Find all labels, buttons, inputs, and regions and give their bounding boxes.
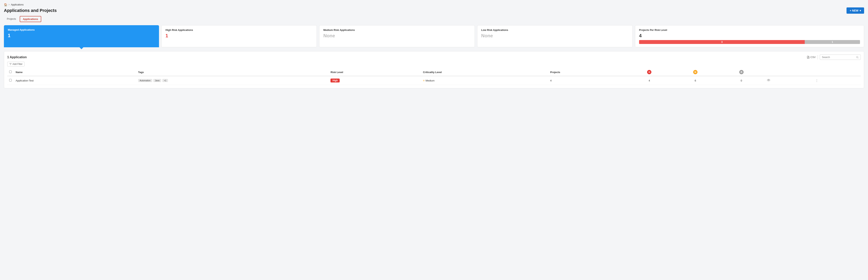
csv-icon (807, 56, 810, 59)
tab-applications[interactable]: Applications (20, 16, 41, 22)
risk-bar-medium: 1 (805, 40, 860, 44)
stats-row: Managed Applications 1 High Risk Applica… (4, 25, 864, 47)
criticality-icon: ≡ (423, 79, 425, 82)
low-risk-value: None (481, 33, 628, 38)
table-header-row: 1 Application CSV (7, 55, 861, 60)
view-button[interactable] (766, 78, 771, 83)
th-checkbox (7, 68, 14, 76)
low-icon-header (739, 70, 744, 74)
td-medium-count: 6 (672, 76, 718, 85)
table-section: 1 Application CSV (4, 51, 864, 88)
td-more-action: ⋮ (812, 76, 861, 85)
tag-more[interactable]: +1 (162, 79, 168, 82)
risk-badge[interactable]: High (331, 79, 340, 83)
svg-point-2 (768, 80, 769, 81)
th-actions-spacer (764, 68, 812, 76)
td-projects: 4 (548, 76, 626, 85)
csv-button[interactable]: CSV (807, 56, 816, 59)
th-medium-icon: M (672, 68, 718, 76)
tabs-container: Projects Applications (4, 16, 864, 22)
medium-icon-header: M (693, 70, 698, 74)
new-button[interactable]: + NEW ▾ (846, 7, 864, 14)
tag-automation[interactable]: Automation (138, 79, 152, 82)
criticality-value: Medium (426, 79, 435, 82)
td-tags: Automation Java +1 (136, 76, 329, 85)
projects-per-risk-card[interactable]: Projects Per Risk Level 4 3 1 (635, 25, 864, 47)
td-view-action (764, 76, 812, 85)
page-title: Applications and Projects (4, 8, 57, 13)
search-box (820, 55, 861, 60)
page-header: Applications and Projects + NEW ▾ (4, 7, 864, 14)
select-all-checkbox[interactable] (9, 70, 12, 73)
medium-risk-value: None (323, 33, 470, 38)
risk-bar-high: 3 (639, 40, 805, 44)
low-risk-card[interactable]: Low Risk Applications None (477, 25, 633, 47)
high-risk-title: High Risk Applications (165, 29, 313, 31)
medium-risk-card[interactable]: Medium Risk Applications None (319, 25, 475, 47)
th-criticality-level: Criticality Level (421, 68, 548, 76)
table-actions: CSV (807, 55, 861, 60)
high-risk-value: 1 (165, 33, 313, 38)
th-low-icon (718, 68, 765, 76)
table-title: 1 Application (7, 56, 27, 59)
td-checkbox (7, 76, 14, 85)
th-tags: Tags (136, 68, 329, 76)
high-risk-card[interactable]: High Risk Applications 1 (161, 25, 317, 47)
breadcrumb-separator: > (8, 3, 10, 6)
svg-point-1 (767, 79, 770, 81)
applications-table: Name Tags Risk Level Criticality Level P… (7, 68, 861, 85)
more-options-button[interactable]: ⋮ (814, 79, 819, 83)
th-projects: Projects (548, 68, 626, 76)
projects-per-risk-total: 4 (639, 33, 860, 38)
risk-bar: 3 1 (639, 40, 860, 44)
add-filter-button[interactable]: Add Filter (7, 62, 25, 66)
managed-title: Managed Applications (8, 28, 155, 31)
th-high-icon: H (626, 68, 673, 76)
filter-icon (9, 63, 12, 65)
high-icon-header: H (647, 70, 651, 74)
managed-value: 1 (8, 33, 155, 38)
breadcrumb-current: Applications (11, 3, 24, 6)
search-input[interactable] (822, 56, 855, 59)
medium-risk-title: Medium Risk Applications (323, 29, 470, 31)
search-icon (856, 56, 859, 59)
th-name: Name (14, 68, 136, 76)
projects-per-risk-title: Projects Per Risk Level (639, 29, 860, 31)
home-icon[interactable]: 🏠 (4, 3, 7, 6)
row-checkbox[interactable] (9, 79, 12, 82)
breadcrumb: 🏠 > Applications (4, 3, 864, 6)
th-menu-spacer (812, 68, 861, 76)
tab-projects[interactable]: Projects (4, 16, 19, 22)
divider (817, 55, 818, 59)
low-risk-title: Low Risk Applications (481, 29, 628, 31)
table-row: Application-Test Automation Java +1 High… (7, 76, 861, 85)
tag-java[interactable]: Java (153, 79, 161, 82)
td-risk-level: High (329, 76, 421, 85)
td-criticality: ≡ Medium (421, 76, 548, 85)
eye-icon (767, 79, 770, 82)
managed-applications-card[interactable]: Managed Applications 1 (4, 25, 159, 47)
th-risk-level: Risk Level (329, 68, 421, 76)
td-high-count: 4 (626, 76, 673, 85)
td-low-count: 0 (718, 76, 765, 85)
td-name[interactable]: Application-Test (14, 76, 136, 85)
